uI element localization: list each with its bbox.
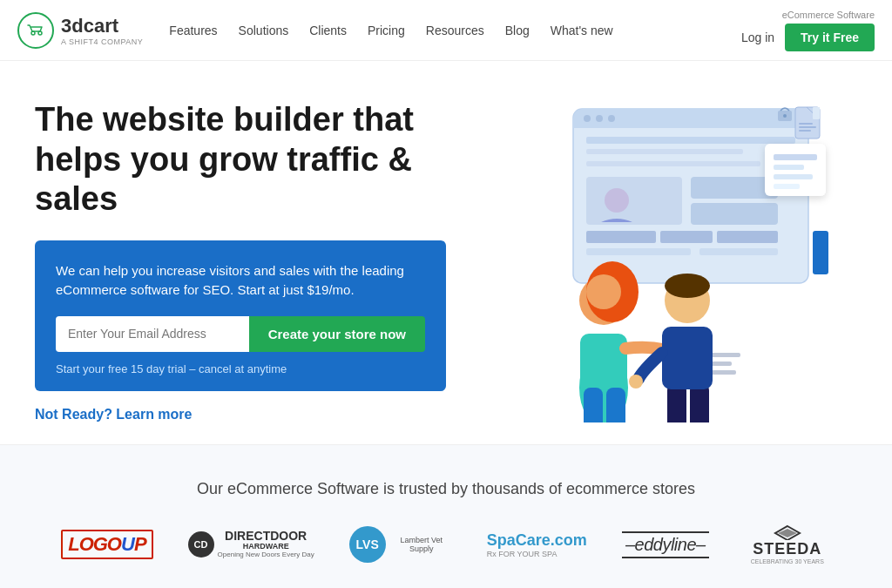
svg-rect-29: [799, 130, 811, 132]
svg-rect-20: [774, 154, 817, 160]
svg-rect-15: [660, 231, 713, 243]
illustration-container: [469, 100, 835, 422]
svg-rect-28: [799, 126, 816, 128]
svg-point-31: [783, 114, 787, 118]
try-free-button[interactable]: Try it Free: [785, 24, 875, 51]
header-buttons: Log in Try it Free: [741, 24, 875, 51]
svg-rect-14: [586, 231, 656, 243]
svg-point-5: [584, 115, 591, 122]
svg-rect-8: [586, 137, 795, 144]
logo-icon: [17, 12, 54, 49]
svg-rect-33: [813, 231, 828, 274]
learn-more-anchor[interactable]: Not Ready? Learn more: [35, 407, 192, 422]
svg-rect-17: [586, 248, 691, 255]
brand-eddyline: –eddyline–: [622, 531, 709, 558]
svg-rect-50: [662, 327, 713, 389]
hero-illustration: [446, 96, 857, 427]
hero-left: The website builder that helps you grow …: [35, 100, 446, 422]
steeda-sub: CELEBRATING 30 YEARS: [751, 558, 824, 564]
brand-spacare: SpaCare.com Rx FOR YOUR SPA: [487, 531, 587, 558]
svg-rect-43: [606, 388, 625, 422]
hero-form: Create your store now: [56, 316, 425, 352]
header-right: eCommerce Software Log in Try it Free: [741, 10, 875, 51]
trial-text: Start your free 15 day trial – cancel at…: [56, 362, 425, 375]
ecommerce-label: eCommerce Software: [782, 10, 875, 20]
learn-more-link[interactable]: Not Ready? Learn more: [35, 407, 446, 422]
svg-rect-26: [813, 107, 820, 119]
brand-directdoor: CD DIRECTDOOR HARDWARE Opening New Doors…: [188, 530, 314, 559]
trusted-section: Our eCommerce Software is trusted by tho…: [0, 444, 892, 588]
svg-rect-18: [699, 248, 778, 255]
svg-point-24: [605, 188, 629, 213]
directdoor-icon: CD: [188, 531, 214, 558]
email-input[interactable]: [56, 316, 249, 352]
svg-point-40: [586, 274, 621, 309]
svg-rect-4: [573, 119, 808, 128]
illustration-svg: [469, 100, 835, 422]
svg-rect-21: [774, 165, 804, 170]
steeda-icon: [774, 524, 801, 540]
hero-section: The website builder that helps you grow …: [0, 61, 892, 444]
nav-clients[interactable]: Clients: [309, 24, 347, 37]
site-header: 3dcart A SHIFT4 COMPANY Features Solutio…: [0, 0, 892, 61]
main-nav: Features Solutions Clients Pricing Resou…: [169, 24, 612, 37]
svg-point-7: [608, 115, 615, 122]
hero-title: The website builder that helps you grow …: [35, 100, 446, 220]
logo-name: 3dcart: [61, 15, 143, 37]
brand-logoup: LOGOUP: [61, 530, 152, 559]
svg-point-6: [596, 115, 603, 122]
nav-solutions[interactable]: Solutions: [239, 24, 289, 37]
spacare-text: SpaCare.com: [487, 531, 587, 550]
hero-box: We can help you increase visitors and sa…: [35, 240, 446, 391]
svg-rect-22: [774, 174, 813, 179]
trusted-title: Our eCommerce Software is trusted by tho…: [35, 480, 857, 498]
svg-point-53: [629, 375, 643, 389]
header-left: 3dcart A SHIFT4 COMPANY Features Solutio…: [17, 12, 613, 49]
svg-rect-10: [586, 161, 760, 166]
steeda-text: STEEDA: [753, 540, 821, 558]
svg-rect-13: [691, 203, 778, 225]
logoup-text: LOGOUP: [61, 530, 152, 559]
logo[interactable]: 3dcart A SHIFT4 COMPANY: [17, 12, 143, 49]
svg-rect-23: [774, 184, 800, 189]
brand-steeda: STEEDA CELEBRATING 30 YEARS: [744, 524, 831, 564]
lvs-text: Lambert Vet Supply: [391, 536, 452, 553]
svg-rect-11: [586, 177, 682, 225]
svg-rect-9: [586, 149, 743, 154]
nav-whats-new[interactable]: What's new: [551, 24, 613, 37]
nav-blog[interactable]: Blog: [505, 24, 530, 37]
spacare-sub: Rx FOR YOUR SPA: [487, 550, 558, 558]
nav-features[interactable]: Features: [169, 24, 217, 37]
svg-point-52: [665, 274, 710, 298]
nav-resources[interactable]: Resources: [426, 24, 484, 37]
brand-logos: LOGOUP CD DIRECTDOOR HARDWARE Opening Ne…: [35, 524, 857, 564]
brand-lvs: LVS Lambert Vet Supply: [349, 526, 452, 563]
hero-description: We can help you increase visitors and sa…: [56, 261, 425, 301]
nav-pricing[interactable]: Pricing: [368, 24, 405, 37]
logo-subtitle: A SHIFT4 COMPANY: [61, 37, 143, 46]
create-store-button[interactable]: Create your store now: [249, 316, 425, 352]
svg-rect-16: [717, 231, 778, 243]
login-button[interactable]: Log in: [741, 30, 774, 44]
lvs-icon: LVS: [349, 526, 386, 563]
svg-rect-42: [584, 388, 603, 422]
logo-text: 3dcart A SHIFT4 COMPANY: [61, 15, 143, 46]
svg-rect-41: [580, 334, 627, 395]
eddyline-text: –eddyline–: [622, 531, 709, 558]
directdoor-text: DIRECTDOOR HARDWARE Opening New Doors Ev…: [218, 530, 314, 559]
svg-rect-27: [799, 123, 813, 125]
